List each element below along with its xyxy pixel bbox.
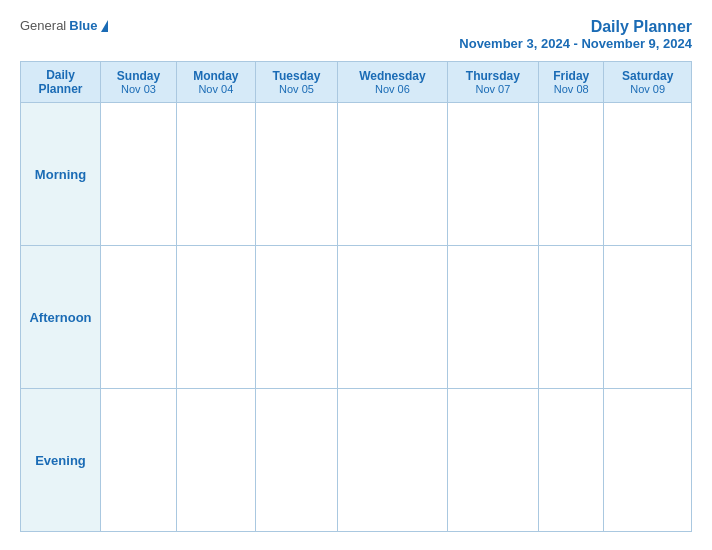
row-label-morning: Morning — [21, 103, 101, 246]
cell-morning-fri[interactable] — [539, 103, 604, 246]
cell-morning-tue[interactable] — [255, 103, 337, 246]
cell-afternoon-tue[interactable] — [255, 246, 337, 389]
logo-area: General Blue — [20, 18, 108, 33]
cell-evening-sat[interactable] — [604, 389, 692, 532]
col-sunday: Sunday Nov 03 — [101, 62, 177, 103]
cell-afternoon-fri[interactable] — [539, 246, 604, 389]
date-range: November 3, 2024 - November 9, 2024 — [459, 36, 692, 51]
cell-evening-wed[interactable] — [338, 389, 447, 532]
row-morning: Morning — [21, 103, 692, 246]
col-wednesday: Wednesday Nov 06 — [338, 62, 447, 103]
planner-title: Daily Planner — [459, 18, 692, 36]
planner-table: Daily Planner Sunday Nov 03 Monday Nov 0… — [20, 61, 692, 532]
cell-morning-thu[interactable] — [447, 103, 538, 246]
row-label-evening: Evening — [21, 389, 101, 532]
cell-afternoon-mon[interactable] — [176, 246, 255, 389]
cell-evening-thu[interactable] — [447, 389, 538, 532]
col-saturday: Saturday Nov 09 — [604, 62, 692, 103]
cell-morning-wed[interactable] — [338, 103, 447, 246]
title-area: Daily Planner November 3, 2024 - Novembe… — [459, 18, 692, 51]
row-afternoon: Afternoon — [21, 246, 692, 389]
row-label-afternoon: Afternoon — [21, 246, 101, 389]
logo: General Blue — [20, 18, 108, 33]
row-evening: Evening — [21, 389, 692, 532]
cell-evening-fri[interactable] — [539, 389, 604, 532]
cell-evening-mon[interactable] — [176, 389, 255, 532]
logo-triangle-icon — [101, 20, 108, 32]
cell-afternoon-thu[interactable] — [447, 246, 538, 389]
cell-afternoon-sun[interactable] — [101, 246, 177, 389]
col-monday: Monday Nov 04 — [176, 62, 255, 103]
col-friday: Friday Nov 08 — [539, 62, 604, 103]
logo-blue-text: Blue — [69, 18, 97, 33]
cell-afternoon-wed[interactable] — [338, 246, 447, 389]
col-thursday: Thursday Nov 07 — [447, 62, 538, 103]
logo-general-text: General — [20, 18, 66, 33]
cell-morning-mon[interactable] — [176, 103, 255, 246]
cell-morning-sun[interactable] — [101, 103, 177, 246]
header: General Blue Daily Planner November 3, 2… — [20, 18, 692, 51]
cell-evening-sun[interactable] — [101, 389, 177, 532]
col-tuesday: Tuesday Nov 05 — [255, 62, 337, 103]
cell-afternoon-sat[interactable] — [604, 246, 692, 389]
cell-morning-sat[interactable] — [604, 103, 692, 246]
cell-evening-tue[interactable] — [255, 389, 337, 532]
table-header-label: Daily Planner — [21, 62, 101, 103]
